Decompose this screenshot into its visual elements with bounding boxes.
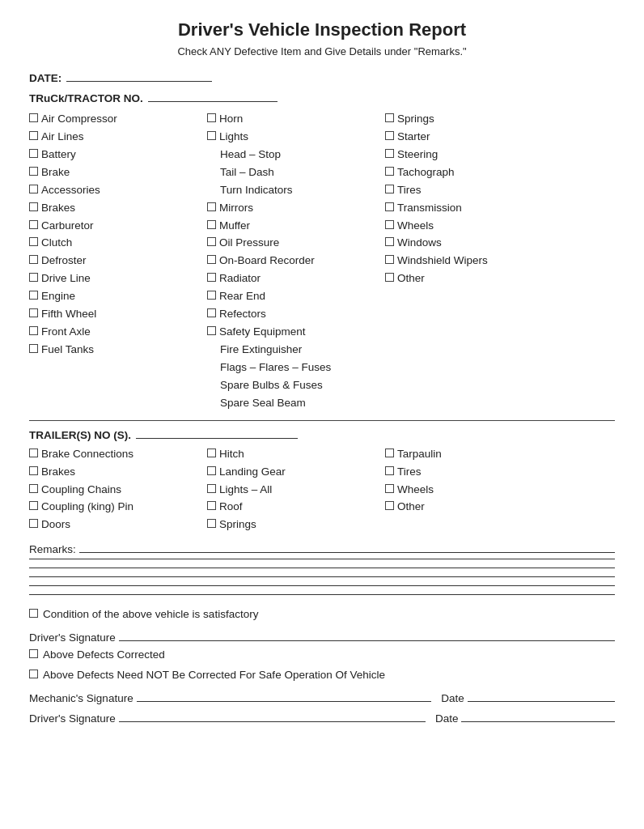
- checkbox[interactable]: [29, 466, 38, 475]
- checkbox[interactable]: [207, 237, 216, 246]
- drivers-date-input[interactable]: [461, 708, 615, 722]
- checkbox[interactable]: [29, 185, 38, 193]
- checkbox[interactable]: [29, 501, 38, 510]
- item-label: Tires: [397, 182, 422, 199]
- item-label: Fuel Tanks: [41, 342, 94, 359]
- list-item: Tarpaulin: [385, 446, 563, 463]
- checkbox[interactable]: [29, 291, 38, 300]
- checkbox[interactable]: [207, 308, 216, 317]
- remarks-extra-lines: [29, 559, 615, 595]
- mechanics-sig-input[interactable]: [137, 687, 432, 702]
- checkbox[interactable]: [207, 255, 216, 264]
- checkbox[interactable]: [207, 501, 216, 510]
- checkbox[interactable]: [385, 202, 394, 211]
- item-label: Air Compressor: [41, 111, 117, 128]
- remarks-line-2[interactable]: [29, 559, 615, 559]
- list-item: Refectors: [207, 306, 385, 323]
- checkbox[interactable]: [207, 449, 216, 457]
- checkbox[interactable]: [207, 113, 216, 122]
- truck-input[interactable]: [148, 89, 278, 102]
- above-defects-check[interactable]: Above Defects Corrected: [29, 647, 615, 664]
- checkbox[interactable]: [29, 220, 38, 229]
- checkbox[interactable]: [385, 466, 394, 475]
- checkbox[interactable]: [29, 113, 38, 122]
- item-label: Windshield Wipers: [397, 253, 488, 270]
- checkbox[interactable]: [385, 220, 394, 229]
- item-label: Lights – All: [219, 482, 272, 499]
- checkbox[interactable]: [29, 449, 38, 457]
- item-label: Brakes: [41, 464, 75, 481]
- checkbox[interactable]: [207, 466, 216, 475]
- list-item: Brakes: [29, 200, 207, 217]
- list-item: Brake Connections: [29, 446, 207, 463]
- item-label: Other: [397, 270, 425, 287]
- checkbox[interactable]: [29, 326, 38, 335]
- checkbox[interactable]: [385, 167, 394, 176]
- mechanics-date-input[interactable]: [468, 687, 615, 702]
- checklist-indent-item: Fire Extinguisher: [207, 342, 385, 359]
- condition-checkbox[interactable]: [29, 609, 38, 618]
- above-defects2-check[interactable]: Above Defects Need NOT Be Corrected For …: [29, 667, 615, 684]
- checkbox[interactable]: [207, 220, 216, 229]
- checkbox[interactable]: [385, 255, 394, 264]
- list-item: Coupling (king) Pin: [29, 499, 207, 516]
- checkbox[interactable]: [29, 202, 38, 211]
- date-label-2: Date: [441, 692, 464, 704]
- checkbox[interactable]: [207, 326, 216, 335]
- item-label: Defroster: [41, 253, 87, 270]
- checkbox[interactable]: [29, 131, 38, 140]
- date-input[interactable]: [66, 69, 212, 82]
- condition-label: Condition of the above vehicle is satisf…: [43, 606, 258, 623]
- drivers-sig-input[interactable]: [119, 627, 615, 641]
- mechanics-sig-label: Mechanic's Signature: [29, 692, 133, 704]
- checkbox[interactable]: [29, 484, 38, 493]
- checkbox[interactable]: [29, 308, 38, 317]
- checkbox[interactable]: [385, 149, 394, 158]
- item-label: Horn: [219, 111, 243, 128]
- remarks-line-1[interactable]: [79, 538, 615, 553]
- list-item: Tachograph: [385, 164, 563, 181]
- list-item: Engine: [29, 288, 207, 305]
- trailer-col3: TarpaulinTiresWheelsOther: [385, 446, 563, 534]
- list-item: Hitch: [207, 446, 385, 463]
- condition-check[interactable]: Condition of the above vehicle is satisf…: [29, 606, 615, 623]
- remarks-line-5[interactable]: [29, 585, 615, 586]
- checkbox[interactable]: [385, 273, 394, 282]
- remarks-line-4[interactable]: [29, 576, 615, 577]
- checkbox[interactable]: [29, 273, 38, 282]
- list-item: Oil Pressure: [207, 235, 385, 252]
- checkbox[interactable]: [29, 237, 38, 246]
- checkbox[interactable]: [207, 273, 216, 282]
- checkbox[interactable]: [207, 291, 216, 300]
- above-defects2-checkbox[interactable]: [29, 670, 38, 678]
- above-defects-checkbox[interactable]: [29, 649, 38, 658]
- checkbox[interactable]: [385, 501, 394, 510]
- item-label: Springs: [397, 111, 434, 128]
- list-item: Fifth Wheel: [29, 306, 207, 323]
- checkbox[interactable]: [29, 344, 38, 353]
- checkbox[interactable]: [29, 255, 38, 264]
- checkbox[interactable]: [207, 131, 216, 140]
- checkbox[interactable]: [29, 519, 38, 528]
- checkbox[interactable]: [29, 167, 38, 176]
- bottom-section: Condition of the above vehicle is satisf…: [29, 606, 615, 725]
- checkbox[interactable]: [207, 484, 216, 493]
- checkbox[interactable]: [385, 237, 394, 246]
- checkbox[interactable]: [207, 519, 216, 528]
- checkbox[interactable]: [385, 484, 394, 493]
- checkbox[interactable]: [29, 149, 38, 158]
- remarks-line-6[interactable]: [29, 594, 615, 595]
- checkbox[interactable]: [207, 202, 216, 211]
- item-label: Muffer: [219, 218, 250, 235]
- item-label: Drive Line: [41, 270, 91, 287]
- checkbox[interactable]: [385, 449, 394, 457]
- truck-col2: HornLightsHead – StopTail – DashTurn Ind…: [207, 111, 385, 412]
- list-item: Brakes: [29, 464, 207, 481]
- list-item: On-Board Recorder: [207, 253, 385, 270]
- checkbox[interactable]: [385, 185, 394, 193]
- remarks-line-3[interactable]: [29, 568, 615, 568]
- drivers-sig2-input[interactable]: [119, 708, 426, 722]
- checkbox[interactable]: [385, 113, 394, 122]
- checkbox[interactable]: [385, 131, 394, 140]
- trailer-input[interactable]: [136, 426, 298, 439]
